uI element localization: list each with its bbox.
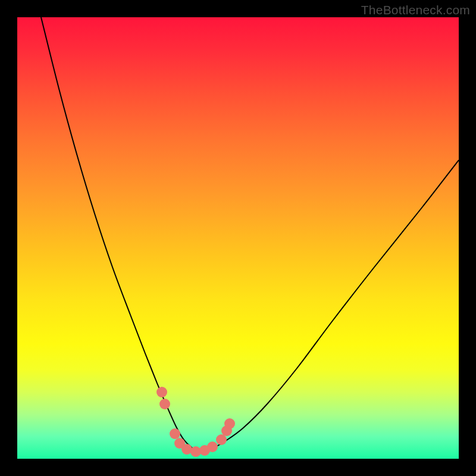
- outer-frame: TheBottleneck.com: [0, 0, 476, 476]
- trough-marker: [207, 441, 218, 452]
- curve-layer: [41, 17, 459, 452]
- plot-area: [17, 17, 459, 459]
- trough-marker: [156, 387, 167, 397]
- chart-svg: [17, 17, 459, 459]
- trough-marker: [170, 428, 180, 439]
- bottleneck-curve: [41, 17, 459, 452]
- trough-marker: [216, 434, 227, 445]
- trough-marker: [159, 399, 170, 409]
- trough-marker: [224, 418, 235, 429]
- trough-markers-group: [156, 387, 235, 457]
- watermark-text: TheBottleneck.com: [361, 3, 470, 17]
